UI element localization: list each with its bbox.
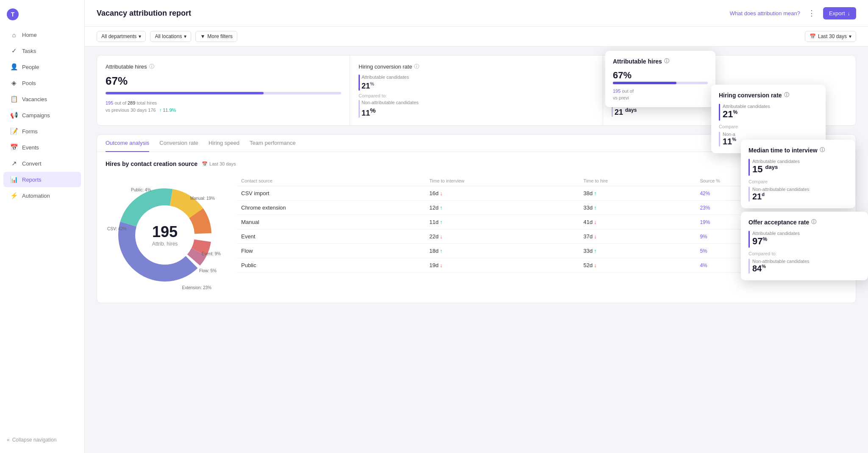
sidebar-item-forms[interactable]: 📝 Forms [3,124,81,139]
trend-up-value: ↑ 11.9% [159,108,176,113]
donut-label-extension: Extension: 23% [182,285,212,290]
donut-center-label: Attrib. hires [152,241,178,247]
col-time-interview: Time to interview [425,176,579,186]
content-area: Attributable hires ⓘ 67% 195 out of 289 … [85,47,868,453]
interview-manual: 11d↑ [425,215,579,229]
donut-center-value: 195 [152,223,178,241]
source-manual: Manual [237,215,425,229]
sidebar-item-events-label: Events [22,144,39,151]
stat-value-attributable-hires: 67% [106,75,341,88]
tasks-icon: ✓ [10,47,18,55]
hires-manual [797,215,847,229]
sidebar-item-pools[interactable]: ◈ Pools [3,75,81,91]
chart-date-badge: 📅 Last 30 days [202,161,236,167]
calendar-icon: 📅 [810,33,816,39]
chevron-down-icon: ▾ [849,33,851,39]
donut-label-manual: Manual: 19% [190,196,215,201]
all-departments-filter[interactable]: All departments ▾ [97,31,146,42]
pct-flow: 5% [696,244,797,258]
filters-bar: All departments ▾ All locations ▾ ▼ More… [85,27,868,47]
stat-sub-value-interview: 15 days [615,81,662,91]
table-row: Chrome extension 12d↑ 33d↑ 23% [237,201,847,215]
tab-outcome-analysis[interactable]: Outcome analysis [106,135,149,152]
source-event: Event [237,229,425,244]
sidebar-item-tasks[interactable]: ✓ Tasks [3,43,81,58]
sidebar-item-people[interactable]: 👤 People [3,59,81,75]
sidebar-item-automation[interactable]: ⚡ Automation [3,188,81,203]
convert-icon: ↗ [10,160,18,167]
stat-bar-fill-attributable [106,92,264,94]
prev-days-label: vs previous 30 days 176 [106,108,156,113]
sidebar-item-campaigns[interactable]: 📢 Campaigns [3,108,81,123]
collapse-navigation[interactable]: « Collapse navigation [0,432,84,448]
chart-body: 195 Attrib. hires Public: 4% Manual: 19%… [106,176,847,294]
donut-label-public: Public: 4% [131,188,151,192]
more-filters-button[interactable]: ▼ More filters [195,31,237,42]
sidebar-item-reports-label: Reports [22,177,42,183]
donut-label-event: Event: 9% [201,251,221,256]
hires-csv [797,186,847,201]
stat-compared-conversion: Compared to: [359,93,594,98]
chart-header: Hires by contact creation source 📅 Last … [106,160,847,167]
sidebar-item-events[interactable]: 📅 Events [3,140,81,155]
info-icon[interactable]: ⓘ [414,63,419,70]
hires-table: Contact source Time to interview Time to… [237,176,847,294]
col-hires [797,176,847,186]
all-locations-filter[interactable]: All locations ▾ [150,31,191,42]
chart-title: Hires by contact creation source [106,160,198,167]
sidebar-item-home[interactable]: ⌂ Home [3,28,81,42]
stat-compared-interview: Compared to: [612,94,847,99]
col-time-hire: Time to hire [579,176,696,186]
stat-sub-non-interview: Non-attributable candidates [615,100,672,105]
filter-icon: ▼ [200,33,205,39]
hire-flow: 33d↑ [579,244,696,258]
sidebar-item-people-label: People [22,64,39,70]
hire-chrome: 33d↑ [579,201,696,215]
date-range-label: Last 30 days [818,33,847,39]
chevron-down-icon: ▾ [184,33,186,39]
interview-chrome: 12d↑ [425,201,579,215]
sidebar-item-convert-label: Convert [22,160,42,167]
source-csv: CSV import [237,186,425,201]
col-contact-source: Contact source [237,176,425,186]
info-icon[interactable]: ⓘ [149,63,154,70]
interview-csv: 16d↓ [425,186,579,201]
more-options-button[interactable]: ⋮ [805,7,818,19]
pools-icon: ◈ [10,79,18,87]
hire-public: 52d↓ [579,258,696,273]
collapse-icon: « [7,437,10,443]
chart-section: Hires by contact creation source 📅 Last … [97,152,856,303]
tab-hiring-speed[interactable]: Hiring speed [209,135,239,152]
tab-conversion-rate[interactable]: Conversion rate [159,135,198,152]
all-locations-label: All locations [155,33,182,39]
attribution-link[interactable]: What does attribution mean? [730,10,800,17]
table-row: Flow 18d↑ 33d↑ 5% 11 [237,244,847,258]
stat-non-value-conversion: 11% [362,107,419,118]
export-label: Export [829,10,845,17]
date-range-filter[interactable]: 📅 Last 30 days ▾ [805,31,856,42]
tabs-bar: Outcome analysis Conversion rate Hiring … [97,134,856,152]
page-header: Vacancy attribution report What does att… [85,0,868,27]
sidebar-item-vacancies[interactable]: 📋 Vacancies [3,91,81,107]
all-departments-label: All departments [101,33,136,39]
sidebar-item-reports[interactable]: 📊 Reports [3,172,81,187]
hires-chrome [797,201,847,215]
info-icon[interactable]: ⓘ [673,63,678,70]
col-source-pct: Source % [696,176,797,186]
tab-team-performance[interactable]: Team performance [250,135,295,152]
source-chrome: Chrome extension [237,201,425,215]
events-icon: 📅 [10,144,18,151]
campaigns-icon: 📢 [10,111,18,119]
table-row: CSV import 16d↓ 38d↑ 42% [237,186,847,201]
table-row: Public 19d↓ 52d↓ 4% 10 [237,258,847,273]
source-public: Public [237,258,425,273]
sidebar-item-convert[interactable]: ↗ Convert [3,156,81,171]
sidebar-item-campaigns-label: Campaigns [22,112,50,119]
pct-chrome: 23% [696,201,797,215]
forms-icon: 📝 [10,127,18,135]
export-button[interactable]: Export ↓ [823,7,856,19]
table-row: Manual 11d↑ 41d↓ 19% [237,215,847,229]
stat-label-attributable-hires: Attributable hires [106,64,147,70]
stat-bar-attributable [106,92,341,94]
hires-flow: 11 [797,244,847,258]
